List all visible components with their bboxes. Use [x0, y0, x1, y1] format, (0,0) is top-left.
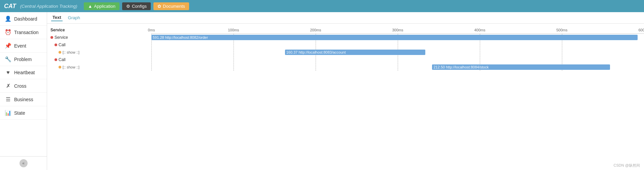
sub-tabs: Text Graph — [47, 12, 644, 24]
timeline-row — [151, 41, 644, 49]
main-content: Text Graph Service Service Call — [47, 12, 644, 170]
timeline-rows: 591.28 http://localhost:8082/order160.37… — [151, 34, 644, 71]
sidebar-item-label: Heartbeat — [14, 70, 35, 75]
sidebar-item-label: Problem — [14, 57, 32, 62]
timeline-row: 160.37 http://localhost:8083/account — [151, 49, 644, 56]
time-tick: 500ms — [556, 28, 567, 32]
configs-label: Configs — [132, 4, 147, 9]
sidebar-item-problem[interactable]: 🔧 Problem — [0, 53, 47, 66]
timeline-labels: Service Service Call [:: show ::] — [47, 26, 151, 71]
label-row-call2: Call — [50, 56, 151, 63]
timeline-row — [151, 56, 644, 63]
call1-dot — [55, 44, 57, 46]
application-icon: ▲ — [88, 4, 92, 9]
show2-dot — [59, 66, 61, 68]
service-dot — [50, 36, 53, 39]
timeline-bar[interactable]: 160.37 http://localhost:8083/account — [285, 50, 425, 55]
documents-icon: ✿ — [157, 4, 161, 9]
layout: 👤 Dashboard ⏰ Transaction 📌 Event 🔧 Prob… — [0, 12, 644, 170]
label-row-service: Service — [50, 34, 151, 41]
label-row-show2: [:: show ::] — [50, 63, 151, 71]
sidebar-item-business[interactable]: ☰ Business — [0, 93, 47, 106]
application-button[interactable]: ▲ Application — [84, 2, 119, 10]
sidebar-item-dashboard[interactable]: 👤 Dashboard — [0, 12, 47, 26]
sidebar-item-label: Cross — [14, 83, 27, 89]
configs-button[interactable]: ⚙ Configs — [122, 2, 151, 10]
timeline-row: 212.50 http://localhost:8084/stock — [151, 63, 644, 71]
sidebar-footer: « — [0, 156, 47, 170]
show1-label[interactable]: [:: show ::] — [63, 50, 79, 54]
sidebar: 👤 Dashboard ⏰ Transaction 📌 Event 🔧 Prob… — [0, 12, 47, 170]
cross-icon: ✗ — [5, 83, 11, 89]
dashboard-icon: 👤 — [5, 16, 11, 22]
time-axis: 0ms100ms200ms300ms400ms500ms600ms — [151, 26, 644, 34]
tab-text[interactable]: Text — [51, 14, 63, 21]
call1-label: Call — [59, 42, 66, 47]
sidebar-item-label: Dashboard — [14, 16, 37, 22]
sidebar-item-label: Transaction — [14, 30, 39, 35]
timeline-row: 591.28 http://localhost:8082/order — [151, 34, 644, 41]
collapse-button[interactable]: « — [20, 159, 28, 167]
time-tick: 400ms — [474, 28, 485, 32]
application-label: Application — [94, 4, 115, 9]
service-label: Service — [55, 35, 68, 40]
header: CAT (Central Application Tracking) ▲ App… — [0, 0, 644, 12]
show2-label[interactable]: [:: show ::] — [63, 65, 79, 69]
time-tick: 200ms — [310, 28, 321, 32]
heartbeat-icon: ♥ — [5, 69, 11, 76]
sidebar-item-event[interactable]: 📌 Event — [0, 39, 47, 53]
label-row-show1: [:: show ::] — [50, 49, 151, 56]
timeline-area: Service Service Call [:: show ::] — [47, 24, 644, 170]
timeline-bar[interactable]: 212.50 http://localhost:8084/stock — [432, 64, 610, 70]
time-tick: 300ms — [392, 28, 403, 32]
sidebar-item-label: Event — [14, 43, 26, 49]
label-row-call1: Call — [50, 41, 151, 49]
time-tick: 0ms — [148, 28, 155, 32]
collapse-icon: « — [22, 161, 25, 166]
configs-icon: ⚙ — [126, 4, 130, 9]
timeline-label-header: Service — [50, 26, 151, 34]
sidebar-item-state[interactable]: 📊 State — [0, 106, 47, 120]
call2-label: Call — [59, 57, 66, 62]
timeline-chart: 0ms100ms200ms300ms400ms500ms600ms 591.28… — [151, 26, 644, 71]
sidebar-item-heartbeat[interactable]: ♥ Heartbeat — [0, 66, 47, 79]
time-tick: 100ms — [228, 28, 239, 32]
timeline-bar[interactable]: 591.28 http://localhost:8082/order — [151, 35, 638, 40]
tab-graph[interactable]: Graph — [67, 15, 81, 21]
show1-dot — [59, 51, 61, 54]
transaction-icon: ⏰ — [5, 29, 11, 35]
time-tick: 600ms — [638, 28, 644, 32]
documents-label: Documents — [163, 4, 185, 9]
logo: CAT — [4, 3, 16, 10]
state-icon: 📊 — [5, 110, 11, 116]
call2-dot — [55, 58, 57, 61]
sidebar-item-label: Business — [14, 97, 33, 102]
sidebar-item-cross[interactable]: ✗ Cross — [0, 79, 47, 93]
watermark: CSDN @纵然间 — [614, 163, 640, 168]
timeline-container: Service Service Call [:: show ::] — [47, 26, 644, 71]
sidebar-item-transaction[interactable]: ⏰ Transaction — [0, 26, 47, 39]
event-icon: 📌 — [5, 42, 11, 49]
business-icon: ☰ — [5, 96, 11, 103]
header-subtitle: (Central Application Tracking) — [20, 4, 77, 9]
sidebar-item-label: State — [14, 110, 25, 116]
problem-icon: 🔧 — [5, 56, 11, 62]
documents-button[interactable]: ✿ Documents — [153, 2, 189, 10]
